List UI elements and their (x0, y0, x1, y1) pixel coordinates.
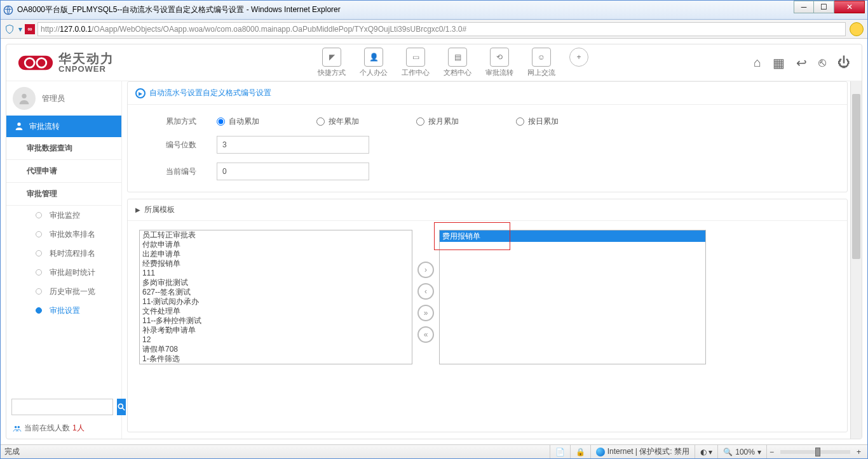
status-icon-1[interactable]: 📄 (550, 445, 570, 458)
main-scrollbar[interactable] (850, 81, 862, 439)
sidebar-subitem-审批设置[interactable]: 审批设置 (6, 301, 121, 320)
dropdown-icon[interactable]: ▾ (18, 25, 22, 34)
sidebar-subitem-审批效率排名[interactable]: 审批效率排名 (6, 225, 121, 244)
list-option[interactable]: 1销售新签 (140, 364, 412, 364)
status-bar: 完成 📄 🔒 Internet | 保护模式: 禁用 ◐ ▾ 🔍 100% ▾ … (1, 444, 867, 458)
list-option[interactable]: 12 (140, 335, 412, 345)
move-all-right-button[interactable]: » (417, 305, 434, 321)
sidebar-item-审批数据查询[interactable]: 审批数据查询 (6, 137, 121, 160)
list-option[interactable]: 111 (140, 269, 412, 278)
triangle-right-icon: ▶ (135, 206, 140, 213)
window-title: OA8000平台版_FPLMYSQL5--自动流水号设置自定义格式编号设置 - … (17, 4, 794, 15)
sidebar-item-审批管理[interactable]: 审批管理 (6, 183, 121, 206)
plus-icon: + (569, 48, 588, 67)
label-mode: 累加方式 (166, 116, 217, 127)
list-option[interactable]: 11-测试阅办承办 (140, 297, 412, 307)
site-icon: ∞ (25, 24, 35, 34)
svg-point-5 (17, 123, 20, 126)
topnav-审批流转[interactable]: ⟲审批流转 (485, 48, 513, 77)
topnav-快捷方式[interactable]: ◤快捷方式 (318, 48, 346, 77)
input-current[interactable] (217, 163, 369, 180)
move-left-button[interactable]: ‹ (417, 283, 434, 300)
list-option[interactable]: 文件处理单 (140, 307, 412, 316)
template-source-list[interactable]: 员工转正审批表付款申请单出差申请单经费报销单111多岗审批测试627--签名测试… (139, 230, 412, 364)
user-box: 管理员 (6, 81, 121, 116)
template-selected-list[interactable]: 费用报销单 (439, 230, 706, 364)
window-titlebar: OA8000平台版_FPLMYSQL5--自动流水号设置自定义格式编号设置 - … (1, 1, 867, 20)
sidebar-item-代理申请[interactable]: 代理申请 (6, 160, 121, 183)
brand-logo: 华天动力 CNPOWER (18, 52, 114, 73)
sidebar-search-input[interactable] (11, 399, 113, 415)
sidebar-section-label: 审批流转 (29, 121, 60, 132)
user-name: 管理员 (42, 93, 65, 104)
panel-title: 自动流水号设置自定义格式编号设置 (149, 88, 271, 98)
topnav-icon: ▤ (448, 48, 467, 67)
zoom-in-button[interactable]: + (857, 448, 861, 456)
sidebar-subitem-历史审批一览[interactable]: 历史审批一览 (6, 282, 121, 301)
window-close-button[interactable]: ✕ (834, 1, 865, 13)
bullet-icon (36, 250, 42, 256)
sidebar-subitem-审批监控[interactable]: 审批监控 (6, 206, 121, 225)
panel2-title: 所属模板 (144, 204, 175, 215)
list-option[interactable]: 请假单708 (140, 345, 412, 354)
url-field[interactable]: http://127.0.0.1/OAapp/WebObjects/OAapp.… (37, 22, 846, 36)
radio-按日累加[interactable]: 按日累加 (516, 116, 559, 127)
radio-按年累加[interactable]: 按年累加 (316, 116, 359, 127)
zoom-slider[interactable] (780, 450, 850, 454)
status-icon-2[interactable]: 🔒 (570, 445, 590, 458)
selected-option[interactable]: 费用报销单 (440, 230, 705, 242)
list-option[interactable]: 1-条件筛选 (140, 354, 412, 364)
reply-icon[interactable]: ↩ (796, 55, 807, 70)
topnav-网上交流[interactable]: ☺网上交流 (527, 48, 555, 77)
zoom-level: 100% (735, 448, 755, 456)
svg-rect-1 (18, 55, 53, 69)
zoom-control[interactable]: 🔍 100% ▾ (717, 445, 766, 458)
globe-icon (596, 448, 605, 456)
list-option[interactable]: 11--多种控件测试 (140, 316, 412, 326)
shirt-icon[interactable]: ⎋ (818, 55, 826, 70)
move-all-left-button[interactable]: « (417, 326, 434, 343)
brand-name-en: CNPOWER (58, 65, 114, 73)
bullet-icon (36, 288, 42, 295)
status-mode-toggle[interactable]: ◐ ▾ (695, 445, 717, 458)
shield-icon (4, 24, 15, 34)
smiley-icon[interactable] (850, 22, 864, 36)
topnav-add[interactable]: + (569, 48, 588, 77)
topnav-icon: ◤ (322, 48, 341, 67)
bullet-icon (36, 307, 42, 314)
list-option[interactable]: 627--签名测试 (140, 288, 412, 297)
list-option[interactable]: 经费报销单 (140, 259, 412, 269)
panel-header: ▸ 自动流水号设置自定义格式编号设置 (128, 82, 847, 105)
sidebar-subitem-耗时流程排名[interactable]: 耗时流程排名 (6, 244, 121, 263)
bullet-icon (36, 269, 42, 276)
topnav-个人办公[interactable]: 👤个人办公 (360, 48, 388, 77)
zoom-out-button[interactable]: − (770, 448, 774, 456)
sidebar-section-header[interactable]: 审批流转 (6, 116, 121, 137)
label-digits: 编号位数 (166, 140, 217, 150)
grid-icon[interactable]: ▦ (773, 55, 785, 70)
avatar (13, 87, 36, 110)
list-option[interactable]: 多岗审批测试 (140, 278, 412, 288)
list-option[interactable]: 付款申请单 (140, 240, 412, 249)
list-option[interactable]: 出差申请单 (140, 249, 412, 259)
topnav-工作中心[interactable]: ▭工作中心 (402, 48, 430, 77)
list-option[interactable]: 补录考勤申请单 (140, 326, 412, 335)
move-right-button[interactable]: › (417, 262, 434, 278)
radio-自动累加[interactable]: 自动累加 (217, 116, 259, 127)
address-bar: ▾ ∞ http://127.0.0.1/OAapp/WebObjects/OA… (1, 20, 867, 39)
window-maximize-button[interactable]: ☐ (814, 1, 834, 13)
radio-按月累加[interactable]: 按月累加 (416, 116, 459, 127)
topnav-文档中心[interactable]: ▤文档中心 (444, 48, 471, 77)
ie-favicon (3, 5, 13, 15)
input-digits[interactable] (217, 136, 369, 154)
power-icon[interactable]: ⏻ (837, 55, 850, 70)
svg-point-4 (22, 94, 26, 98)
svg-point-0 (4, 6, 12, 14)
home-icon[interactable]: ⌂ (754, 55, 761, 70)
list-option[interactable]: 员工转正审批表 (140, 230, 412, 240)
header-icons: ⌂ ▦ ↩ ⎋ ⏻ (754, 55, 850, 70)
window-minimize-button[interactable]: ─ (794, 1, 814, 13)
panel2-header[interactable]: ▶ 所属模板 (128, 199, 847, 221)
sidebar-subitem-审批超时统计[interactable]: 审批超时统计 (6, 263, 121, 282)
online-count: 当前在线人数 1人 (6, 420, 121, 439)
